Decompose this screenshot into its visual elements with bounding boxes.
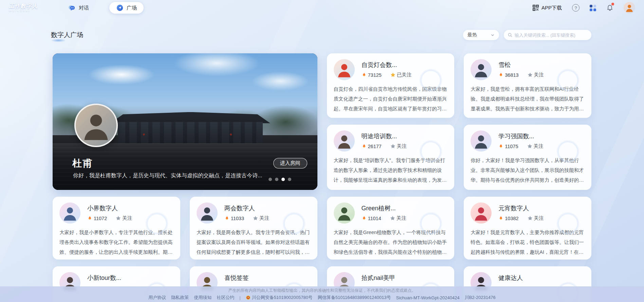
fire-icon	[362, 144, 367, 149]
logo-subtitle: WorkChat	[9, 10, 38, 12]
digital-human-card[interactable]: 学习强国数... 11075 关注 你好，大家好！我是学习强国数字人，从事其他行…	[464, 125, 591, 190]
avatar	[471, 59, 492, 80]
follow-button[interactable]: 关注	[528, 215, 544, 221]
topbar-right: APP下载 ?	[533, 2, 635, 14]
app-download-button[interactable]: APP下载	[533, 5, 562, 11]
nav-tab-plaza[interactable]: 广场	[109, 2, 144, 14]
fire-icon	[224, 216, 229, 221]
heat-count: 73125	[368, 72, 382, 78]
search-input[interactable]	[515, 33, 587, 38]
nav-tab-chat-label: 对话	[79, 5, 89, 11]
follow-label: 关注	[259, 215, 269, 221]
star-icon	[527, 144, 532, 149]
card-name: 健康达人	[498, 274, 523, 282]
follow-label: 已关注	[397, 72, 412, 78]
nav-tab-chat[interactable]: 对话	[61, 2, 96, 14]
avatar	[197, 202, 218, 224]
digital-human-card[interactable]: Green植树... 11014 关注 大家好，我是Green植物数字人，一个将…	[327, 197, 455, 260]
star-icon	[528, 72, 533, 77]
card-name: 元宵数字人	[498, 204, 544, 212]
digital-human-card[interactable]: 小界数字人 11072 关注 大家好，我是小界数字人，专注于其他行业。擅长处理各…	[53, 197, 180, 260]
card-description: 大家好，我是雪松，拥有丰富的互联网和AI行业经验。我是成都明途科技总经理，我在带…	[471, 84, 585, 114]
follow-button[interactable]: 关注	[253, 215, 269, 221]
carousel-dot[interactable]	[288, 178, 291, 181]
star-icon	[116, 216, 121, 221]
card-description: 自贡灯会，四川省自贡市地方传统民俗，国家级非物质文化遗产之一，自贡灯会自唐宋时期…	[334, 84, 448, 114]
digital-human-grid: 杜甫 你好，我是杜甫数字人，是历史与现代、实体与虚拟的交融点，是连接古今诗...…	[53, 53, 591, 302]
heat-count: 11072	[94, 216, 107, 221]
police-badge-icon	[246, 295, 251, 300]
card-description: 大家好，我是“培训数字人”。我专门服务于培训会打造的数字人形象，通过先进的数字技…	[334, 156, 448, 185]
follow-label: 关注	[534, 72, 544, 78]
card-name: 学习强国数...	[498, 132, 543, 140]
qr-code-icon	[533, 5, 539, 11]
help-glyph: ?	[574, 5, 577, 11]
hero-carousel-card[interactable]: 杜甫 你好，我是杜甫数字人，是历史与现代、实体与虚拟的交融点，是连接古今诗...…	[53, 53, 317, 190]
model-record-number: Sichuan-MT-WorkGpt-20240424	[396, 295, 460, 300]
digital-human-card[interactable]: 两会数字人 11033 关注 大家好，我是两会数字人。我专注于两会资讯、热门提案…	[190, 197, 317, 260]
main-nav: 对话 广场	[61, 2, 144, 14]
compass-plaza-icon	[116, 4, 124, 12]
follow-button[interactable]: 关注	[116, 215, 132, 221]
page-footer: 产生的所有内容均由人工智能模型输出，其内容的准确性和完整性无法保证，不代表我们的…	[0, 286, 644, 302]
card-name: 自贡灯会数...	[362, 61, 412, 69]
algorithm-record-number[interactable]: 网信算备510116480389901240013号	[318, 295, 391, 301]
apps-grid-icon[interactable]	[590, 5, 596, 11]
follow-button[interactable]: 关注	[527, 143, 544, 149]
footer-link-user-agreement[interactable]: 用户协议	[148, 295, 166, 301]
card-name: 喜悦签签	[224, 274, 249, 282]
footer-separator: |	[239, 295, 240, 300]
heat-count: 26177	[368, 144, 382, 149]
app-download-label: APP下载	[541, 5, 562, 11]
top-navigation-bar: 工作数字人 WorkChat 对话 广场	[0, 0, 644, 16]
search-box	[504, 30, 591, 40]
chevron-down-icon	[491, 33, 495, 37]
avatar	[334, 202, 355, 224]
app-logo: 工作数字人 WorkChat	[9, 3, 38, 12]
notification-bell[interactable]	[606, 4, 613, 12]
card-name: Green植树...	[362, 204, 406, 212]
digital-human-card[interactable]: 自贡灯会数... 73125 已关注 自贡灯会，四川省自贡市地方传统民俗，国家级…	[327, 53, 455, 118]
digital-human-card[interactable]: 明途培训数... 26177 关注 大家好，我是“培训数字人”。我专门服务于培训…	[327, 125, 455, 190]
follow-button[interactable]: 关注	[390, 143, 407, 149]
logo-title: 工作数字人	[9, 3, 38, 9]
police-record-number[interactable]: 川公网安备51019002005780号	[252, 295, 313, 301]
footer-link-privacy-policy[interactable]: 隐私政策	[171, 295, 189, 301]
avatar	[471, 130, 492, 152]
heat-count: 11033	[231, 216, 244, 221]
carousel-dot[interactable]	[269, 178, 272, 181]
follow-label: 关注	[397, 143, 407, 149]
fire-icon	[87, 216, 92, 221]
help-icon[interactable]: ?	[572, 4, 579, 12]
follow-label: 关注	[397, 215, 406, 221]
digital-human-card[interactable]: 雪松 36813 关注 大家好，我是雪松，拥有丰富的互联网和AI行业经验。我是成…	[464, 53, 591, 118]
enter-room-button[interactable]: 进入房间	[273, 158, 307, 168]
star-icon	[253, 216, 258, 221]
follow-button[interactable]: 已关注	[390, 72, 412, 78]
follow-button[interactable]: 关注	[390, 215, 406, 221]
follow-button[interactable]: 关注	[528, 72, 544, 78]
footer-link-community-rules[interactable]: 社区公约	[217, 295, 234, 301]
nav-tab-plaza-label: 广场	[127, 5, 137, 11]
user-avatar[interactable]	[624, 2, 635, 14]
enter-room-label: 进入房间	[280, 160, 300, 166]
digital-human-card[interactable]: 元宵数字人 10382 关注 大家好！我是元宵数字人，主要为你推荐成都的元宵特色…	[464, 197, 591, 260]
plaza-toolbar: 数字人广场 最热	[51, 30, 591, 40]
heat-count: 36813	[505, 72, 518, 78]
star-icon	[390, 216, 395, 221]
notification-dot	[611, 3, 614, 5]
heat-count: 11075	[505, 144, 518, 149]
footer-link-usage-notice[interactable]: 使用须知	[194, 295, 211, 301]
carousel-dot[interactable]	[275, 178, 278, 181]
carousel-dot-active[interactable]	[281, 178, 285, 181]
sort-dropdown[interactable]: 最热	[463, 30, 499, 40]
avatar	[334, 130, 355, 152]
hero-name: 杜甫	[72, 157, 93, 170]
carousel-dots	[269, 178, 291, 181]
card-description: 大家好，我是小界数字人，专注于其他行业。擅长处理各类出入境事务和数字化工作。希望…	[59, 228, 173, 257]
toolbar-controls: 最热	[463, 30, 591, 40]
card-description: 大家好！我是元宵数字人，主要为你推荐成都的元宵特色。如逛庙会，打铁花，特色团圆饭…	[471, 228, 585, 257]
icp-record-number[interactable]: 川B2-20231476	[465, 295, 496, 301]
star-icon	[528, 216, 533, 221]
fire-icon	[498, 72, 503, 77]
